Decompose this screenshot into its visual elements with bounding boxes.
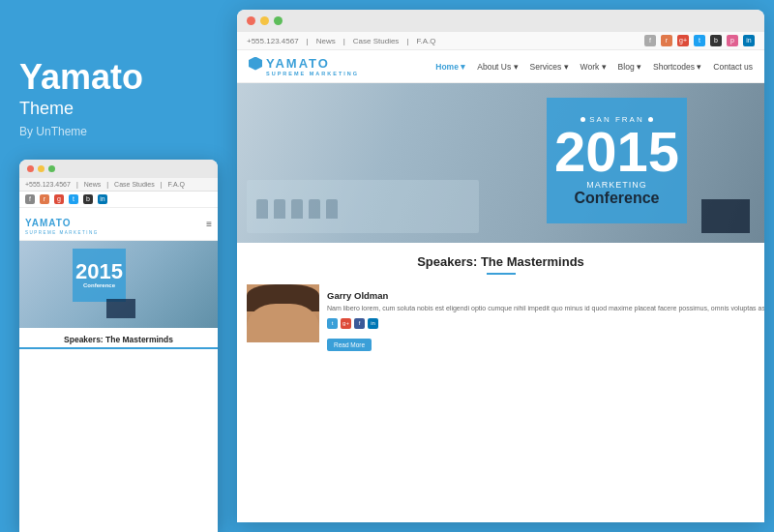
mobile-twitter-icon: t <box>69 194 78 204</box>
desktop-dots-bar <box>237 10 764 32</box>
mobile-news: News <box>84 181 102 188</box>
desktop-twitter-icon: t <box>694 35 705 46</box>
speakers-title: Speakers: The Masterminds <box>247 254 755 269</box>
desktop-hero: SAN FRAN 2015 MarketinG Conference <box>237 83 764 243</box>
desktop-nav: YAMATO SUPREME MARKETING Home ▾ About Us… <box>237 50 764 83</box>
speaker-card-garry: Garry Oldman Nam libero lorem, cum solut… <box>247 284 764 362</box>
desktop-behance-icon: b <box>710 35 722 46</box>
mobile-phone: +555.123.4567 <box>25 181 71 188</box>
speaker-name-garry: Garry Oldman <box>327 290 764 301</box>
mobile-logo: YAMATO SUPREME MARKETING <box>25 213 99 235</box>
speakers-divider <box>487 273 516 275</box>
desktop-preview: +555.123.4567 | News | Case Studies | F.… <box>237 10 764 522</box>
desktop-logo-sub: SUPREME MARKETING <box>266 71 359 76</box>
mobile-linkedin-icon: in <box>98 194 107 204</box>
desktop-hero-overlay-box: SAN FRAN 2015 MarketinG Conference <box>547 98 687 223</box>
left-panel: Yamato Theme By UnTheme +555.123.4567 | … <box>0 0 237 532</box>
mobile-logo-text: YAMATO <box>25 218 72 228</box>
nav-contact[interactable]: Contact us <box>713 62 753 72</box>
desktop-hero-conference: Conference <box>574 190 659 207</box>
avatar-garry <box>247 284 319 362</box>
desktop-gplus-icon: g+ <box>677 35 689 46</box>
speaker-info-garry: Garry Oldman Nam libero lorem, cum solut… <box>319 284 764 362</box>
mobile-hero-overlay: 2015 Conference <box>73 249 126 302</box>
desktop-topbar-left: +555.123.4567 | News | Case Studies | F.… <box>247 37 435 45</box>
avatar-shirt <box>247 342 319 362</box>
nav-shortcodes[interactable]: Shortcodes ▾ <box>653 62 701 72</box>
desktop-nav-links: Home ▾ About Us ▾ Services ▾ Work ▾ Blog… <box>435 62 753 72</box>
desktop-faq-link: F.A.Q <box>416 37 435 45</box>
desktop-logo: YAMATO SUPREME MARKETING <box>249 56 359 76</box>
desktop-hero-chairs <box>256 199 338 219</box>
mobile-nav: YAMATO SUPREME MARKETING ≡ <box>19 208 218 241</box>
mobile-dot-yellow <box>38 165 45 172</box>
mobile-hero-year: 2015 <box>75 261 123 282</box>
desktop-hero-marketing: MarketinG <box>586 180 647 190</box>
desktop-case-link: Case Studies <box>353 37 400 45</box>
speaker-desc-garry: Nam libero lorem, cum soluta nobis est e… <box>327 304 764 313</box>
desktop-facebook-icon: f <box>644 35 656 46</box>
mobile-hamburger-icon[interactable]: ≡ <box>206 219 212 229</box>
speakers-grid: Garry Oldman Nam libero lorem, cum solut… <box>247 284 755 362</box>
theme-subtitle: Theme <box>19 99 143 119</box>
speaker-avatar-garry <box>247 284 319 362</box>
mobile-preview: +555.123.4567 | News | Case Studies | F.… <box>19 160 218 532</box>
theme-title: Yamato <box>19 58 143 97</box>
nav-home[interactable]: Home ▾ <box>435 62 465 72</box>
speaker-twitter-icon: t <box>327 318 338 329</box>
desktop-hero-dark-rect <box>701 199 750 233</box>
mobile-topbar: +555.123.4567 | News | Case Studies | F.… <box>19 178 218 192</box>
desktop-rss-icon: r <box>661 35 672 46</box>
speaker-gplus-icon: g+ <box>341 318 351 329</box>
desktop-dot-yellow <box>260 16 269 25</box>
desktop-phone: +555.123.4567 <box>247 37 299 45</box>
mobile-logo-sub: SUPREME MARKETING <box>25 230 99 235</box>
desktop-speakers-section: Speakers: The Masterminds Garry Oldman N… <box>237 243 764 522</box>
mobile-case: Case Studies <box>114 181 155 188</box>
nav-services[interactable]: Services ▾ <box>530 62 569 72</box>
mobile-hero-rect <box>106 299 135 318</box>
speaker-socials-garry: t g+ f in <box>327 318 764 329</box>
mobile-gplus-icon: g <box>54 194 64 204</box>
desktop-topbar-sep3: | <box>406 37 408 45</box>
mobile-hero-label: Conference <box>83 282 115 288</box>
desktop-topbar-sep2: | <box>343 37 345 45</box>
mobile-dot-red <box>27 165 34 172</box>
desktop-topbar-right: f r g+ t b p in <box>644 35 755 46</box>
mobile-faq: F.A.Q <box>168 181 186 188</box>
desktop-linkedin-icon: in <box>743 35 755 46</box>
desktop-dot-red <box>247 16 255 25</box>
mobile-social-bar: f r g t b in <box>19 192 218 208</box>
desktop-logo-icon <box>249 57 262 71</box>
desktop-topbar-sep1: | <box>307 37 309 45</box>
mobile-speaker-title: Speakers: The Masterminds <box>19 328 218 349</box>
desktop-pinterest-icon: p <box>727 35 738 46</box>
theme-author: By UnTheme <box>19 125 143 138</box>
nav-about[interactable]: About Us ▾ <box>477 62 518 72</box>
desktop-hero-year: 2015 <box>554 124 679 180</box>
desktop-logo-text: YAMATO <box>266 56 330 71</box>
desktop-news-link: News <box>316 37 336 45</box>
mobile-topbar-sep: | <box>76 181 78 188</box>
mobile-rss-icon: r <box>40 194 49 204</box>
speaker-read-more-button[interactable]: Read More <box>327 339 372 351</box>
desktop-dot-green <box>274 16 283 25</box>
mobile-sep2: | <box>106 181 108 188</box>
mobile-dots-bar <box>19 160 218 178</box>
speaker-facebook-icon: f <box>354 318 365 329</box>
mobile-hero: 2015 Conference <box>19 241 218 328</box>
mobile-sep3: | <box>161 181 163 188</box>
nav-blog[interactable]: Blog ▾ <box>618 62 641 72</box>
mobile-dot-green <box>48 165 55 172</box>
nav-work[interactable]: Work ▾ <box>580 62 607 72</box>
speaker-linkedin-icon: in <box>368 318 378 329</box>
mobile-behance-icon: b <box>83 194 93 204</box>
desktop-topbar: +555.123.4567 | News | Case Studies | F.… <box>237 32 764 50</box>
mobile-facebook-icon: f <box>25 194 35 204</box>
